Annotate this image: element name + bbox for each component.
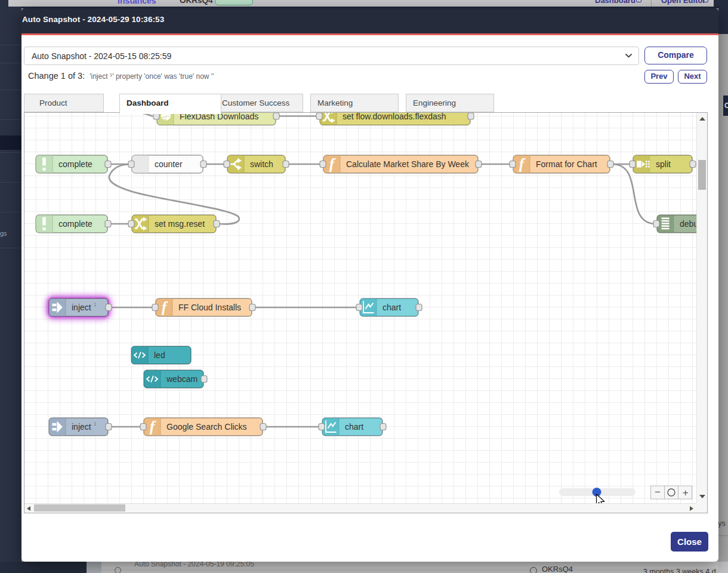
svg-text:debug: debug <box>680 219 696 229</box>
svg-text:set flow.downloads.flexdash: set flow.downloads.flexdash <box>343 113 446 121</box>
svg-text:inject: inject <box>72 303 91 312</box>
svg-text:switch: switch <box>250 159 273 169</box>
svg-text:−: − <box>655 486 661 498</box>
svg-text:led: led <box>154 350 165 360</box>
svg-text:counter: counter <box>155 159 183 169</box>
svg-text:FlexDash Downloads: FlexDash Downloads <box>180 113 258 121</box>
svg-text:complete: complete <box>58 219 92 229</box>
svg-text:chart: chart <box>345 422 363 432</box>
svg-text:split: split <box>656 159 671 169</box>
svg-text:+: + <box>683 487 689 498</box>
svg-text:webcam: webcam <box>166 374 198 384</box>
svg-text:complete: complete <box>58 159 92 169</box>
svg-text:1: 1 <box>94 421 97 427</box>
svg-text:Google Search Clicks: Google Search Clicks <box>166 422 247 432</box>
svg-text:set msg.reset: set msg.reset <box>155 219 205 229</box>
svg-text:inject: inject <box>72 422 91 432</box>
svg-text:chart: chart <box>382 303 401 312</box>
svg-text:Format for Chart: Format for Chart <box>536 159 597 169</box>
svg-text:Calculate Market Share By Week: Calculate Market Share By Week <box>346 159 470 169</box>
svg-text:1: 1 <box>94 301 97 307</box>
svg-text:FF Cloud Installs: FF Cloud Installs <box>178 303 241 312</box>
